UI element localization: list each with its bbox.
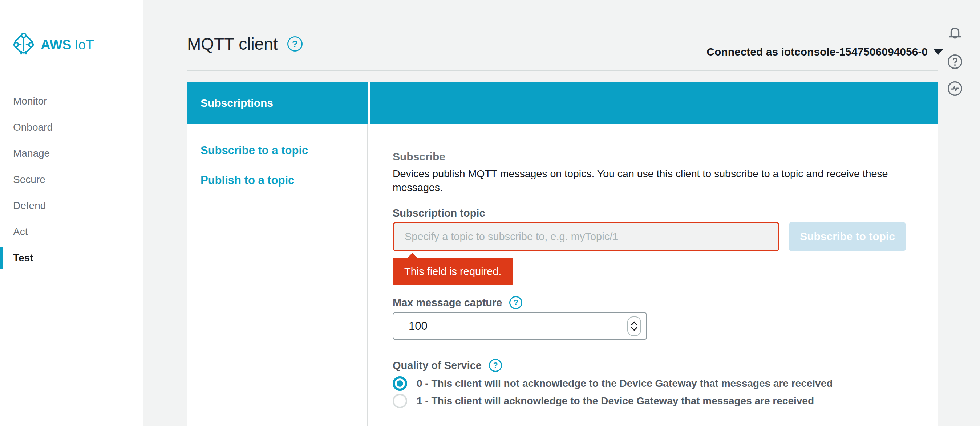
feedback-pulse-icon[interactable] bbox=[945, 79, 964, 98]
sidebar-item-test[interactable]: Test bbox=[0, 245, 143, 271]
sidebar-item-monitor[interactable]: Monitor bbox=[0, 88, 143, 114]
radio-selected-icon[interactable] bbox=[393, 376, 407, 391]
quality-of-service-label: Quality of Service bbox=[393, 359, 482, 372]
quality-of-service-row: Quality of Service ? bbox=[393, 359, 916, 372]
number-stepper[interactable] bbox=[627, 317, 641, 336]
mqtt-client-panel: Subscriptions Subscribe to a topic Publi… bbox=[187, 82, 938, 426]
stepper-down-icon bbox=[631, 327, 638, 331]
header-divider bbox=[187, 70, 938, 71]
field-required-error-tooltip: This field is required. bbox=[393, 258, 513, 285]
sidebar-item-secure[interactable]: Secure bbox=[0, 166, 143, 193]
publish-to-topic-link[interactable]: Publish to a topic bbox=[200, 174, 366, 187]
app-title: AWSIoT bbox=[41, 37, 94, 52]
panel-header: Subscriptions bbox=[187, 82, 938, 125]
max-message-capture-label: Max message capture bbox=[393, 297, 502, 309]
qos-option-1[interactable]: 1 - This client will acknowledge to the … bbox=[393, 392, 916, 410]
panel-body: Subscribe to a topic Publish to a topic … bbox=[187, 125, 938, 426]
tab-subscriptions[interactable]: Subscriptions bbox=[187, 82, 368, 125]
subscribe-to-topic-link[interactable]: Subscribe to a topic bbox=[200, 144, 366, 157]
subscription-topic-label: Subscription topic bbox=[393, 207, 916, 219]
max-message-capture-help-icon[interactable]: ? bbox=[509, 296, 522, 309]
notifications-bell-icon[interactable] bbox=[945, 25, 964, 44]
quality-of-service-help-icon[interactable]: ? bbox=[489, 359, 502, 372]
subscriptions-subnav: Subscribe to a topic Publish to a topic bbox=[187, 125, 368, 426]
sidebar-item-defend[interactable]: Defend bbox=[0, 193, 143, 219]
subscribe-heading: Subscribe bbox=[393, 150, 916, 163]
qos-option-0-label: 0 - This client will not acknowledge to … bbox=[417, 378, 832, 390]
radio-unselected-icon[interactable] bbox=[393, 394, 407, 408]
caret-down-icon bbox=[934, 49, 943, 55]
sidebar-item-act[interactable]: Act bbox=[0, 219, 143, 245]
page-header: MQTT client ? bbox=[187, 34, 302, 54]
sidebar-nav: Monitor Onboard Manage Secure Defend Act… bbox=[0, 88, 143, 271]
subscribe-form: Subscribe Devices publish MQTT messages … bbox=[368, 125, 938, 426]
max-message-capture-field bbox=[393, 312, 647, 340]
qos-option-0[interactable]: 0 - This client will not acknowledge to … bbox=[393, 375, 916, 392]
title-help-icon[interactable]: ? bbox=[287, 36, 302, 52]
subscribe-description: Devices publish MQTT messages on topics.… bbox=[393, 166, 908, 194]
connected-as-dropdown[interactable]: Connected as iotconsole-1547506094056-0 bbox=[706, 46, 943, 58]
aws-iot-logo-icon bbox=[12, 33, 35, 57]
tab-subscriptions-label: Subscriptions bbox=[200, 97, 273, 109]
app-sidebar: AWSIoT Monitor Onboard Manage Secure Def… bbox=[0, 0, 143, 426]
sidebar-item-onboard[interactable]: Onboard bbox=[0, 114, 143, 141]
aws-iot-logo[interactable]: AWSIoT bbox=[12, 33, 94, 57]
max-message-capture-input[interactable] bbox=[395, 319, 576, 333]
subscribe-to-topic-button[interactable]: Subscribe to topic bbox=[789, 222, 906, 251]
subscription-topic-row: Subscribe to topic bbox=[393, 222, 916, 251]
qos-option-1-label: 1 - This client will acknowledge to the … bbox=[417, 395, 814, 407]
help-icon[interactable] bbox=[945, 52, 964, 71]
stepper-up-icon bbox=[631, 321, 638, 326]
subscription-topic-input[interactable] bbox=[393, 222, 780, 251]
connected-as-label: Connected as iotconsole-1547506094056-0 bbox=[706, 46, 928, 58]
panel-header-bar bbox=[370, 82, 938, 125]
max-message-capture-row: Max message capture ? bbox=[393, 296, 916, 309]
sidebar-item-manage[interactable]: Manage bbox=[0, 141, 143, 166]
page-title: MQTT client bbox=[187, 34, 278, 54]
